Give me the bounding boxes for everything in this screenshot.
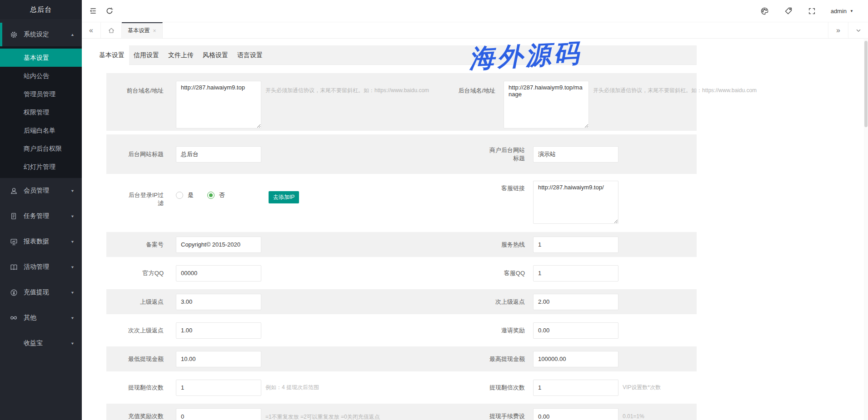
sidebar-item-0[interactable]: 系统设定▲ xyxy=(0,23,82,46)
fullscreen-icon[interactable] xyxy=(807,6,817,16)
form-textarea[interactable]: http://287.haiwaiym9.top/manage xyxy=(504,81,589,128)
tag-icon[interactable] xyxy=(783,6,793,16)
sidebar-subitem-0-1[interactable]: 站内公告 xyxy=(0,67,82,85)
sidebar-subitem-0-3[interactable]: 权限管理 xyxy=(0,103,82,121)
sidebar-subitem-0-2[interactable]: 管理员管理 xyxy=(0,85,82,103)
sidebar-collapse-icon[interactable] xyxy=(88,6,98,16)
sidebar-item-7[interactable]: 收益宝▼ xyxy=(0,331,82,356)
sidebar-item-label: 活动管理 xyxy=(24,263,70,271)
settings-tab-1[interactable]: 信用设置 xyxy=(129,45,164,64)
sidebar-subitem-0-0[interactable]: 基本设置 xyxy=(0,49,82,67)
form-input[interactable] xyxy=(533,322,619,339)
tabs-scroll-right-button[interactable]: » xyxy=(828,22,848,38)
form-label: 次次上级返点 xyxy=(125,326,164,335)
form-input[interactable] xyxy=(176,380,261,396)
form-label: 后台域名/地址 xyxy=(456,87,495,95)
sidebar: 总后台 系统设定▲基本设置站内公告管理员管理权限管理后端白名单商户后台权限幻灯片… xyxy=(0,0,82,420)
form-input[interactable] xyxy=(176,237,261,253)
sidebar-subitem-0-6[interactable]: 幻灯片管理 xyxy=(0,158,82,176)
form-input[interactable] xyxy=(533,380,619,396)
user-menu[interactable]: admin ▼ xyxy=(831,8,853,15)
page-tabbar: « 基本设置 × » xyxy=(82,22,868,39)
tabs-menu-button[interactable] xyxy=(848,22,868,38)
scrollbar-thumb[interactable] xyxy=(864,41,868,127)
form-label: 最高提现金额 xyxy=(486,355,525,363)
form-input[interactable] xyxy=(176,146,261,163)
sidebar-item-5[interactable]: 充值提现▼ xyxy=(0,280,82,305)
form-label: 后台网站标题 xyxy=(125,150,164,158)
form-label: 客服链接 xyxy=(486,184,525,193)
form-input[interactable] xyxy=(533,351,619,367)
caret-down-icon: ▼ xyxy=(70,265,75,269)
add-ip-button[interactable]: 去添加IP xyxy=(269,191,299,203)
form-row: 充值奖励次数=1不重复发放 =2可以重复发放 =0关闭充值返点提现手续费设置0.… xyxy=(106,404,697,420)
settings-form: 前台域名/地址http://287.haiwaiym9.top开头必须加通信协议… xyxy=(95,65,697,420)
form-row: 最低提现金额最高提现金额 xyxy=(106,346,697,371)
settings-tab-2[interactable]: 文件上传 xyxy=(164,45,198,64)
main-content: 海外源码 基本设置信用设置文件上传风格设置语言设置 前台域名/地址http://… xyxy=(82,39,868,420)
gear-icon xyxy=(9,31,18,38)
sidebar-item-label: 会员管理 xyxy=(24,187,70,195)
form-row: 上级返点次上级返点 xyxy=(106,289,697,314)
sidebar-item-label: 任务管理 xyxy=(24,212,70,220)
sidebar-item-3[interactable]: 报表数据▼ xyxy=(0,229,82,254)
form-label: 提现翻倍次数 xyxy=(486,384,525,392)
refresh-icon[interactable] xyxy=(105,6,115,16)
sidebar-subitem-0-4[interactable]: 后端白名单 xyxy=(0,121,82,139)
close-icon[interactable]: × xyxy=(153,28,156,34)
form-input[interactable] xyxy=(533,237,619,253)
sidebar-subitem-0-5[interactable]: 商户后台权限 xyxy=(0,139,82,158)
radio-option-1[interactable]: 否 xyxy=(207,191,225,199)
sidebar-item-6[interactable]: 其他▼ xyxy=(0,305,82,331)
settings-tab-3[interactable]: 风格设置 xyxy=(198,45,233,64)
sidebar-item-label: 报表数据 xyxy=(24,237,70,246)
form-row: 后台网站标题商户后台网站标题 xyxy=(106,134,697,174)
radio-label: 是 xyxy=(188,191,194,199)
hint-text: 开头必须加通信协议，末尾不要留斜杠。如：https://www.baidu.co… xyxy=(265,87,429,94)
form-input[interactable] xyxy=(533,265,619,282)
form-textarea[interactable]: http://287.haiwaiym9.top/ xyxy=(533,181,619,224)
form-textarea[interactable]: http://287.haiwaiym9.top xyxy=(176,81,261,128)
sidebar-item-1[interactable]: 会员管理▼ xyxy=(0,178,82,203)
form-input[interactable] xyxy=(176,322,261,339)
tabs-scroll-left-button[interactable]: « xyxy=(82,22,101,38)
field-group: 服务热线 xyxy=(459,232,697,257)
form-label: 上级返点 xyxy=(125,298,164,306)
form-label: 次上级返点 xyxy=(486,298,525,306)
form-row: 官方QQ客服QQ xyxy=(106,261,697,286)
hint-text: 0.01=1% xyxy=(623,413,644,420)
home-icon xyxy=(108,27,115,34)
settings-tab-4[interactable]: 语言设置 xyxy=(233,45,267,64)
sidebar-item-4[interactable]: 活动管理▼ xyxy=(0,254,82,280)
form-input[interactable] xyxy=(176,294,261,310)
settings-tabs: 基本设置信用设置文件上传风格设置语言设置 xyxy=(95,45,697,65)
caret-down-icon: ▼ xyxy=(70,214,75,218)
field-group: 后台域名/地址http://287.haiwaiym9.top/manage开头… xyxy=(429,73,757,131)
form-input[interactable] xyxy=(533,294,619,310)
form-label: 商户后台网站标题 xyxy=(486,146,525,163)
form-input[interactable] xyxy=(533,408,619,420)
sidebar-submenu: 基本设置站内公告管理员管理权限管理后端白名单商户后台权限幻灯片管理 xyxy=(0,46,82,178)
caret-down-icon: ▼ xyxy=(70,189,75,193)
sidebar-item-2[interactable]: 任务管理▼ xyxy=(0,203,82,229)
topbar: admin ▼ xyxy=(82,0,868,22)
form-input[interactable] xyxy=(176,408,261,420)
sidebar-item-label: 系统设定 xyxy=(24,30,70,39)
radio-option-0[interactable]: 是 xyxy=(176,191,194,199)
field-group: 次次上级返点 xyxy=(106,318,459,343)
form-input[interactable] xyxy=(533,146,619,163)
page-tab-label: 基本设置 xyxy=(128,27,150,35)
field-group: 官方QQ xyxy=(106,261,459,286)
field-group: 备案号 xyxy=(106,232,459,257)
settings-tab-0[interactable]: 基本设置 xyxy=(95,45,129,65)
form-label: 服务热线 xyxy=(486,241,525,249)
palette-icon[interactable] xyxy=(760,6,770,16)
open-page-tab[interactable]: 基本设置 × xyxy=(122,22,163,38)
scrollbar-track[interactable] xyxy=(864,39,868,420)
form-input[interactable] xyxy=(176,265,261,282)
form-input[interactable] xyxy=(176,351,261,367)
chevron-down-icon: ▼ xyxy=(850,9,853,13)
field-group: 次上级返点 xyxy=(459,289,697,314)
form-label: 备案号 xyxy=(125,241,164,249)
home-tab[interactable] xyxy=(101,22,122,38)
